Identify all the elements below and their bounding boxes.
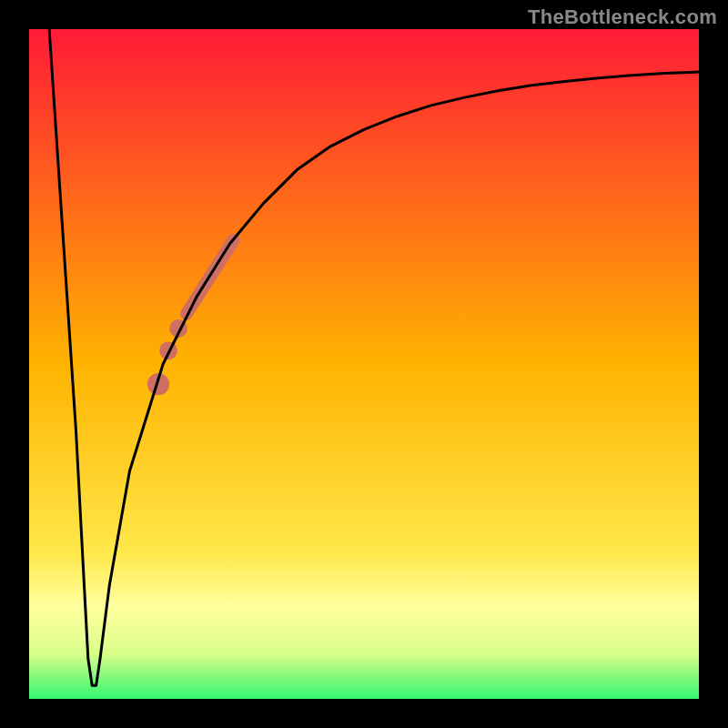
watermark-text: TheBottleneck.com <box>528 5 717 29</box>
chart-svg <box>0 0 728 728</box>
chart-root: TheBottleneck.com <box>0 0 728 728</box>
